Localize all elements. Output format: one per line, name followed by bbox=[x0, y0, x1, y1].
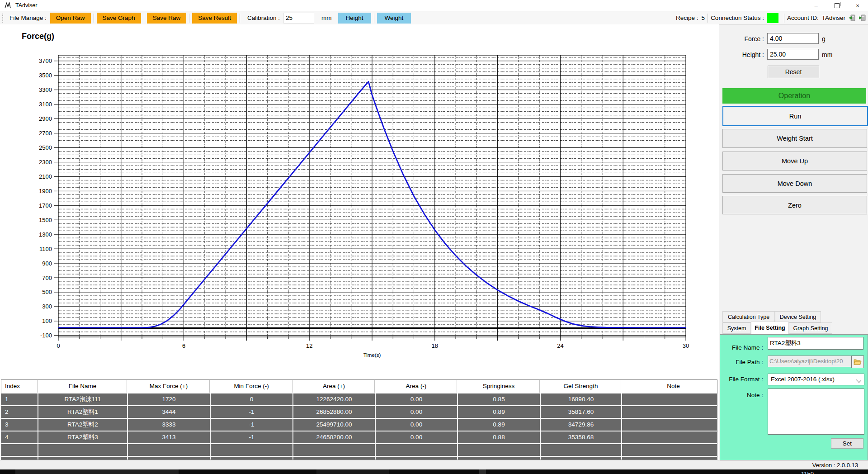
toolbar-separator bbox=[708, 14, 708, 23]
connection-status-indicator bbox=[767, 13, 778, 23]
toolbar-separator bbox=[240, 14, 240, 23]
op-button-move-up[interactable]: Move Up bbox=[722, 152, 867, 171]
y-tick-label: 1900 bbox=[39, 188, 52, 194]
table-cell: RTA2泡沫111 bbox=[38, 393, 127, 405]
table-cell: 0.88 bbox=[458, 431, 540, 443]
file-format-select[interactable]: Excel 2007-2016 (.xlsx) bbox=[768, 374, 864, 385]
restore-button[interactable] bbox=[826, 0, 847, 11]
connection-status-label: Connection Status : bbox=[711, 14, 764, 21]
y-tick-label: 900 bbox=[42, 260, 52, 267]
reset-button[interactable]: Reset bbox=[768, 66, 819, 78]
title-bar: TAdviser – × bbox=[0, 0, 868, 11]
column-header-max-force-: Max Force (+) bbox=[128, 380, 210, 393]
y-tick-label: 2100 bbox=[39, 173, 52, 180]
table-cell: 26852880.00 bbox=[293, 406, 375, 418]
file-path-label: File Path : bbox=[722, 359, 763, 365]
table-row-empty[interactable] bbox=[1, 457, 717, 460]
table-cell bbox=[211, 457, 292, 460]
table-cell: 35817.60 bbox=[541, 406, 621, 418]
y-tick-label: 100 bbox=[42, 318, 52, 324]
tab-system[interactable]: System bbox=[722, 322, 751, 334]
login-icon[interactable] bbox=[848, 14, 856, 22]
op-button-move-down[interactable]: Move Down bbox=[722, 174, 867, 193]
results-table: IndexFile NameMax Force (+)Min Force (-)… bbox=[1, 379, 717, 460]
table-cell: -1 bbox=[211, 406, 292, 418]
force-time-chart: -100100300500700900110013001500170019002… bbox=[0, 24, 719, 377]
file-name-input[interactable] bbox=[768, 337, 863, 350]
x-axis-label: Time(s) bbox=[363, 352, 381, 358]
table-cell: 35358.68 bbox=[541, 431, 621, 443]
set-button[interactable]: Set bbox=[831, 438, 863, 449]
table-cell bbox=[211, 444, 292, 456]
table-cell bbox=[541, 444, 621, 456]
taskbar-segment bbox=[316, 469, 389, 474]
logout-icon[interactable] bbox=[859, 14, 866, 22]
table-cell bbox=[622, 393, 717, 405]
y-tick-label: 2700 bbox=[39, 130, 52, 137]
toolbar-separator bbox=[374, 14, 374, 23]
table-row[interactable]: 1RTA2泡沫1111720012262420.000.000.8516890.… bbox=[1, 393, 717, 405]
op-button-weight-start[interactable]: Weight Start bbox=[722, 129, 867, 148]
table-cell: 3 bbox=[1, 419, 38, 431]
file-button-open-raw[interactable]: Open Raw bbox=[50, 13, 91, 24]
toggle-button-weight[interactable]: Weight bbox=[377, 13, 411, 24]
y-tick-label: 1300 bbox=[39, 231, 52, 238]
table-cell bbox=[38, 457, 127, 460]
table-row[interactable]: 3RTA2塑料23333-125499710.000.000.8934729.8… bbox=[1, 419, 717, 431]
note-textarea[interactable] bbox=[768, 389, 864, 435]
force-input[interactable] bbox=[767, 33, 819, 44]
browse-folder-button[interactable] bbox=[851, 356, 864, 368]
table-row[interactable]: 2RTA2塑料13444-126852880.000.000.8935817.6… bbox=[1, 406, 717, 418]
toolbar-separator bbox=[94, 14, 94, 23]
table-cell: 24650200.00 bbox=[293, 431, 375, 443]
table-cell bbox=[622, 457, 717, 460]
toolbar-separator bbox=[144, 14, 144, 23]
calibration-input[interactable] bbox=[283, 13, 314, 24]
table-cell bbox=[376, 457, 457, 460]
op-button-run[interactable]: Run bbox=[722, 106, 868, 126]
x-tick-label: 0 bbox=[57, 342, 60, 349]
column-header-area-: Area (-) bbox=[376, 380, 457, 393]
table-cell bbox=[293, 444, 375, 456]
status-bar bbox=[0, 460, 868, 470]
y-tick-label: 1700 bbox=[39, 202, 52, 209]
file-button-save-result[interactable]: Save Result bbox=[192, 13, 237, 24]
table-row[interactable]: 4RTA2塑料33413-124650200.000.000.8835358.6… bbox=[1, 431, 717, 443]
file-button-save-graph[interactable]: Save Graph bbox=[97, 13, 141, 24]
table-cell bbox=[1, 444, 38, 456]
close-button[interactable]: × bbox=[847, 0, 868, 11]
table-cell: 3413 bbox=[128, 431, 210, 443]
recipe-value: 5 bbox=[702, 14, 705, 21]
app-title: TAdviser bbox=[15, 2, 37, 9]
table-cell: 0.00 bbox=[376, 419, 457, 431]
table-row-empty[interactable] bbox=[1, 444, 717, 456]
column-header-note: Note bbox=[622, 380, 717, 393]
x-tick-label: 6 bbox=[182, 342, 185, 349]
tab-device-setting[interactable]: Device Setting bbox=[775, 311, 821, 322]
toolbar: File Manage : Open RawSave GraphSave Raw… bbox=[0, 11, 868, 25]
table-cell bbox=[293, 457, 375, 460]
file-button-save-raw[interactable]: Save Raw bbox=[147, 13, 187, 24]
table-cell: 0.00 bbox=[376, 393, 457, 405]
column-header-file-name: File Name bbox=[38, 380, 127, 393]
calibration-unit: mm bbox=[321, 14, 332, 21]
table-cell: 3444 bbox=[128, 406, 210, 418]
table-cell bbox=[622, 419, 717, 431]
table-cell: 16890.40 bbox=[541, 393, 621, 405]
height-input[interactable] bbox=[767, 49, 819, 60]
toggle-button-height[interactable]: Height bbox=[338, 13, 371, 24]
file-format-value: Excel 2007-2016 (.xlsx) bbox=[771, 376, 835, 383]
minimize-button[interactable]: – bbox=[806, 0, 826, 11]
version-label: Version : 2.0.0.13 bbox=[812, 462, 858, 469]
op-button-zero[interactable]: Zero bbox=[722, 196, 867, 214]
calibration-label: Calibration : bbox=[247, 14, 280, 21]
table-cell: 0.85 bbox=[458, 393, 540, 405]
table-cell: -1 bbox=[211, 431, 292, 443]
tab-file-setting[interactable]: File Setting bbox=[751, 322, 789, 334]
table-cell: 4 bbox=[1, 431, 38, 443]
table-cell bbox=[376, 444, 457, 456]
tab-graph-setting[interactable]: Graph Setting bbox=[789, 322, 832, 334]
table-cell bbox=[1, 457, 38, 460]
tab-calculation-type[interactable]: Calculation Type bbox=[722, 311, 775, 322]
toggle-button-group: HeightWeight bbox=[338, 13, 411, 24]
